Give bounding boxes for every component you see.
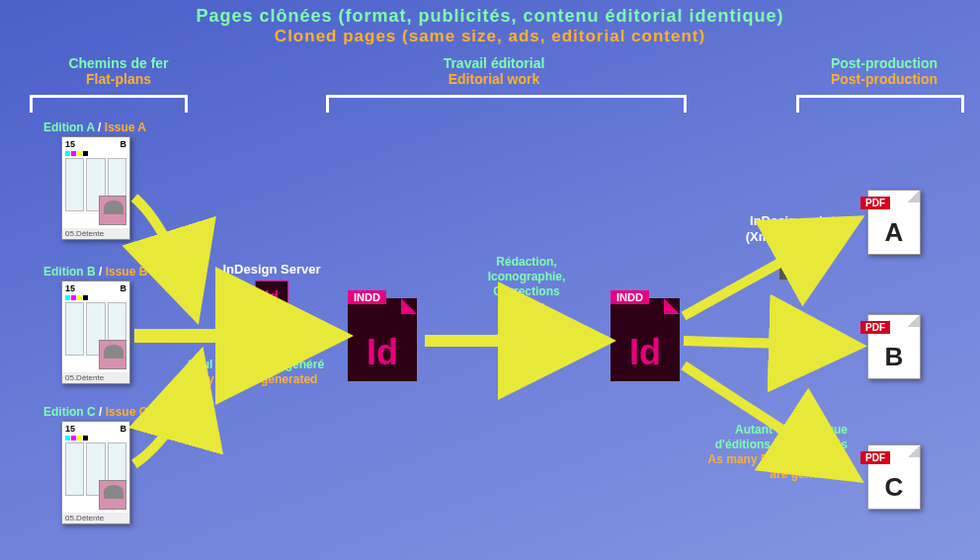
edition-b-label: Edition B / Issue B bbox=[43, 265, 147, 279]
flatplan-b: 15B 05.Détente bbox=[61, 280, 130, 384]
onefile-caption: Seul 1 fichier est généré Only 1 file is… bbox=[188, 358, 356, 387]
section-editorial-label: Travail éditorial Editorial work bbox=[375, 55, 612, 87]
editorial-caption: Rédaction, Iconographie, Corrections Wri… bbox=[462, 255, 591, 344]
indesign-server-label: InDesign Server bbox=[207, 262, 336, 278]
flatplan-a: 15B 05.Détente bbox=[61, 136, 130, 240]
section-postprod-label: Post-production Post-production bbox=[800, 55, 968, 87]
gear-icon bbox=[278, 303, 291, 317]
manypdf-caption: Autant de PDFs que d'éditions sont génér… bbox=[680, 423, 848, 482]
indd-file-1-icon: INDD Id bbox=[348, 298, 417, 381]
flatplan-c: 15B 05.Détente bbox=[61, 421, 130, 524]
bracket-editorial bbox=[326, 95, 687, 113]
edition-c-label: Edition C / Issue C bbox=[43, 405, 147, 419]
pdf-c-icon: PDF C bbox=[867, 444, 921, 510]
title-en: Cloned pages (same size, ads, editorial … bbox=[0, 27, 980, 46]
edition-a-label: Edition A / Issue A bbox=[43, 120, 146, 134]
title-fr: Pages clônées (format, publicités, conte… bbox=[0, 6, 980, 27]
bracket-flatplans bbox=[30, 95, 188, 113]
bracket-postprod bbox=[796, 95, 964, 113]
pdf-b-icon: PDF B bbox=[867, 314, 921, 379]
section-flatplans-label: Chemins de fer Flat-plans bbox=[40, 55, 198, 87]
script-icon: ✦ bbox=[778, 249, 810, 280]
pdf-a-icon: PDF A bbox=[867, 190, 921, 255]
indd-file-2-icon: INDD Id bbox=[611, 298, 680, 381]
diagram-title: Pages clônées (format, publicités, conte… bbox=[0, 0, 980, 46]
indesign-server-icon: Id bbox=[255, 280, 288, 314]
script-label: InDesig script (Xmount client) bbox=[733, 213, 852, 244]
